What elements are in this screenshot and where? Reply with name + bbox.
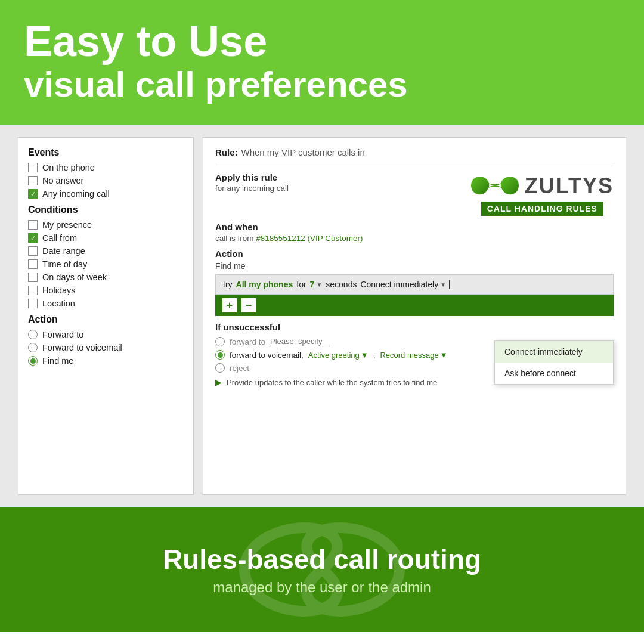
phones-label: All my phones (236, 280, 293, 289)
checkbox-time-of-day[interactable] (28, 259, 38, 269)
condition-on-days-of-week[interactable]: On days of week (28, 273, 184, 282)
footer-title: Rules-based call routing (163, 543, 481, 575)
forward-to-label: forward to (230, 338, 265, 346)
logo-area: ZULTYS CALL HANDLING RULES (471, 172, 614, 216)
call-handling-badge: CALL HANDLING RULES (481, 202, 603, 216)
top-header: Easy to Use visual call preferences (0, 0, 644, 125)
condition-date-range[interactable]: Date range (28, 246, 184, 256)
connect-dropdown-trigger[interactable]: Connect immediately ▼ (360, 280, 450, 289)
seconds-dropdown[interactable]: 7 ▼ (310, 280, 323, 289)
checkbox-no-answer[interactable] (28, 176, 38, 185)
checkbox-any-incoming-call[interactable] (28, 189, 38, 199)
action-forward-to-voicemail[interactable]: Forward to voicemail (28, 343, 184, 352)
sub-title: visual call preferences (24, 65, 620, 104)
condition-my-presence[interactable]: My presence (28, 220, 184, 230)
provide-arrow-icon: ▶ (215, 377, 222, 387)
apply-sub: for any incoming call (215, 184, 289, 193)
and-when-value: call is from #8185551212 (VIP Customer) (215, 234, 614, 243)
condition-holidays-label: Holidays (42, 286, 76, 295)
for-label: for (296, 280, 306, 289)
action-forward-to[interactable]: Forward to (28, 330, 184, 339)
try-label: try (223, 280, 233, 289)
provide-label: Provide updates to the caller while the … (227, 378, 437, 387)
rule-bar: Rule: When my VIP customer calls in (215, 147, 614, 165)
and-when-title: And when (215, 222, 614, 232)
checkbox-date-range[interactable] (28, 246, 38, 256)
rule-label: Rule: (215, 147, 238, 157)
condition-call-from[interactable]: Call from (28, 233, 184, 243)
event-any-incoming-call-label: Any incoming call (42, 189, 110, 199)
event-any-incoming-call[interactable]: Any incoming call (28, 189, 184, 199)
bottom-footer: Rules-based call routing managed by the … (0, 507, 644, 632)
events-title: Events (28, 147, 184, 158)
radio-forward-voicemail[interactable] (215, 350, 225, 360)
checkbox-on-days-of-week[interactable] (28, 273, 38, 282)
checkbox-call-from[interactable] (28, 233, 38, 243)
action-section: Action Find me try All my phones for 7 ▼… (215, 249, 614, 316)
footer-subtitle: managed by the user or the admin (213, 579, 431, 596)
checkbox-my-presence[interactable] (28, 220, 38, 230)
dropdown-ask-before-connect[interactable]: Ask before connect (495, 363, 613, 384)
find-me-label: Find me (215, 261, 614, 271)
active-greeting-dropdown[interactable]: Active greeting ▼ (308, 351, 369, 360)
condition-on-days-of-week-label: On days of week (42, 273, 107, 282)
seconds-arrow-icon: ▼ (316, 281, 322, 288)
condition-time-of-day-label: Time of day (42, 259, 87, 269)
radio-forward-specify[interactable] (215, 337, 225, 346)
active-greeting-arrow-icon: ▼ (361, 351, 369, 360)
record-message-arrow-icon: ▼ (440, 351, 448, 360)
connect-label: Connect immediately (360, 280, 438, 289)
add-button[interactable]: + (222, 298, 237, 312)
event-no-answer-label: No answer (42, 176, 83, 185)
active-greeting-label: Active greeting (308, 351, 360, 360)
ui-section: Events On the phone No answer Any incomi… (0, 125, 644, 507)
condition-location-label: Location (42, 299, 75, 308)
connect-dropdown-menu: Connect immediately Ask before connect (494, 340, 614, 385)
connect-arrow-icon: ▼ (440, 281, 446, 288)
record-message-label: Record message (380, 351, 438, 360)
reject-label: reject (230, 364, 249, 373)
condition-location[interactable]: Location (28, 299, 184, 308)
checkbox-location[interactable] (28, 299, 38, 308)
action-forward-to-voicemail-label: Forward to voicemail (42, 343, 122, 352)
remove-button[interactable]: − (242, 298, 256, 312)
rule-value: When my VIP customer calls in (242, 147, 365, 157)
apply-left: Apply this rule for any incoming call (215, 172, 289, 193)
apply-section: Apply this rule for any incoming call (215, 172, 614, 216)
radio-forward-to[interactable] (28, 330, 38, 339)
dropdown-connect-immediately[interactable]: Connect immediately (495, 341, 613, 363)
comma-separator: , (373, 351, 376, 360)
infinity-icon (471, 172, 519, 199)
checkbox-holidays[interactable] (28, 286, 38, 295)
event-no-answer[interactable]: No answer (28, 176, 184, 185)
checkbox-on-the-phone[interactable] (28, 163, 38, 172)
condition-call-from-label: Call from (42, 233, 77, 243)
left-panel: Events On the phone No answer Any incomi… (18, 137, 194, 495)
forward-voicemail-label: forward to voicemail, (230, 351, 304, 360)
event-on-the-phone[interactable]: On the phone (28, 163, 184, 172)
radio-find-me[interactable] (28, 356, 38, 366)
try-row: try All my phones for 7 ▼ seconds Connec… (215, 274, 614, 295)
action-title: Action (28, 314, 184, 325)
record-message-dropdown[interactable]: Record message ▼ (380, 351, 447, 360)
main-title: Easy to Use (24, 18, 620, 65)
action-title-right: Action (215, 249, 614, 259)
condition-date-range-label: Date range (42, 246, 85, 256)
radio-forward-to-voicemail[interactable] (28, 343, 38, 352)
action-find-me[interactable]: Find me (28, 356, 184, 366)
apply-title: Apply this rule (215, 172, 289, 182)
and-when-number: #8185551212 (VIP Customer) (256, 234, 363, 243)
event-on-the-phone-label: On the phone (42, 163, 95, 172)
seconds-value: 7 (310, 280, 315, 289)
zultys-logo: ZULTYS (471, 172, 614, 199)
if-unsuccessful-title: If unsuccessful (215, 322, 614, 332)
seconds-label: seconds (326, 280, 357, 289)
forward-specify-input[interactable] (270, 337, 330, 346)
action-forward-to-label: Forward to (42, 330, 83, 339)
condition-time-of-day[interactable]: Time of day (28, 259, 184, 269)
action-find-me-label: Find me (42, 356, 73, 366)
and-when-section: And when call is from #8185551212 (VIP C… (215, 222, 614, 243)
condition-holidays[interactable]: Holidays (28, 286, 184, 295)
right-panel: Rule: When my VIP customer calls in Appl… (203, 137, 626, 495)
radio-reject[interactable] (215, 363, 225, 373)
